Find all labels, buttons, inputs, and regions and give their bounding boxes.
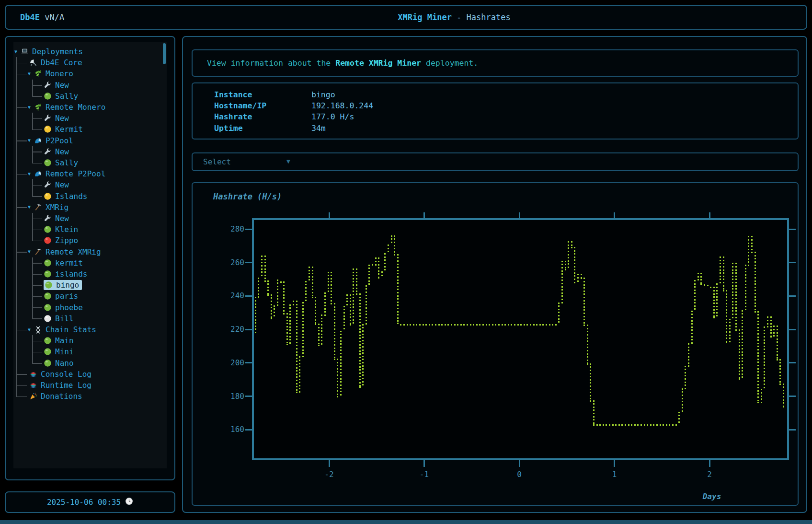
select-dropdown[interactable]: Select ▼	[192, 152, 799, 171]
tree-item-nano[interactable]: Nano	[13, 358, 167, 369]
tree-guide-line	[32, 296, 42, 297]
tree-item-remote-xmrig[interactable]: ▼Remote XMRig	[13, 246, 167, 257]
tree-item-new[interactable]: New	[13, 146, 167, 157]
tree-item-new[interactable]: New	[13, 80, 167, 91]
tree-item-new[interactable]: New	[13, 113, 167, 124]
tree-guide-line	[32, 263, 42, 264]
tree-guide-line	[32, 241, 42, 242]
herb-icon	[34, 70, 42, 78]
status-bar: 2025-10-06 00:35	[5, 491, 175, 513]
expander-icon[interactable]: ▼	[28, 105, 31, 110]
expander-icon[interactable]: ▼	[28, 205, 31, 210]
tree-item-label: Kermit	[55, 125, 83, 134]
expander-icon[interactable]: ▼	[28, 138, 31, 143]
tree-guide-line	[16, 279, 17, 291]
y-tick-mark	[245, 229, 252, 230]
tree-item-monero[interactable]: ▼Monero	[13, 68, 167, 79]
tree-guide-line	[32, 318, 42, 319]
expander-icon[interactable]: ▼	[28, 172, 31, 176]
tree-scrollbar-thumb[interactable]	[163, 43, 166, 64]
tree-guide-line	[32, 124, 33, 129]
window-bottom-edge	[0, 520, 812, 524]
tree-guide-line	[32, 274, 42, 275]
y-tick-mark	[245, 262, 252, 263]
tree-item-label: New	[55, 214, 69, 223]
tree-item-klein[interactable]: Klein	[13, 224, 167, 235]
tree-item-bingo[interactable]: bingo	[13, 279, 167, 291]
wave-icon	[34, 170, 42, 178]
x-tick-mark	[519, 460, 520, 467]
tree-guide-line	[16, 268, 17, 279]
tree-guide-line	[16, 252, 27, 253]
x-tick-label: -1	[410, 470, 439, 479]
detail-label: Hashrate	[214, 112, 252, 121]
tree-item-label: Console Log	[41, 370, 91, 379]
tree-guide-line	[32, 163, 42, 164]
tree-item-console-log[interactable]: Console Log	[13, 369, 167, 380]
x-tick-mark	[519, 212, 520, 218]
wrench-icon	[44, 181, 52, 189]
y-tick-label: 220	[216, 325, 244, 334]
x-tick-label: 1	[600, 470, 629, 479]
tree-item-label: paris	[55, 291, 78, 301]
tree-item-chain-stats[interactable]: ▼Chain Stats	[13, 324, 167, 335]
tree-item-phoebe[interactable]: phoebe	[13, 302, 167, 313]
tree-item-zippo[interactable]: Zippo	[13, 235, 167, 246]
tree-item-islands[interactable]: islands	[13, 268, 167, 279]
tree-item-label: New	[55, 180, 69, 189]
tree-item-kermit[interactable]: kermit	[13, 257, 167, 268]
tree-guide-line	[32, 363, 42, 364]
tree-guide-line	[32, 230, 42, 231]
tree-item-runtime-log[interactable]: Runtime Log	[13, 380, 167, 391]
tree-item-remote-p2pool[interactable]: ▼Remote P2Pool	[13, 168, 167, 179]
tree-guide-line	[16, 313, 17, 324]
tree-guide-line	[32, 118, 42, 119]
tree-item-sally[interactable]: Sally	[13, 91, 167, 102]
x-tick-mark	[329, 212, 330, 218]
expander-icon[interactable]: ▼	[28, 71, 31, 76]
tree-item-db4e-core[interactable]: Db4E Core	[13, 57, 167, 68]
y-tick-mark	[245, 362, 252, 363]
status-white-icon	[44, 314, 52, 323]
tree-item-new[interactable]: New	[13, 179, 167, 190]
tree-item-paris[interactable]: paris	[13, 291, 167, 302]
tree-item-donations[interactable]: Donations	[13, 391, 167, 402]
tree-item-label: New	[55, 81, 69, 90]
tree-item-sally[interactable]: Sally	[13, 157, 167, 168]
wrench-icon	[44, 81, 52, 89]
y-tick-label: 180	[216, 392, 244, 401]
x-tick-label: -2	[315, 470, 343, 479]
status-green-icon	[44, 337, 52, 345]
tree-item-xmrig[interactable]: ▼XMRig	[13, 202, 167, 213]
status-red-icon	[44, 236, 52, 245]
y-tick-mark	[789, 396, 796, 397]
tree-item-label: New	[55, 147, 69, 156]
y-tick-label: 280	[216, 224, 244, 234]
status-green-icon	[44, 159, 52, 167]
chevron-down-icon: ▼	[286, 158, 290, 165]
tree-item-remote-monero[interactable]: ▼Remote Monero	[13, 102, 167, 113]
tree-item-p2pool[interactable]: ▼P2Pool	[13, 135, 167, 146]
tree-guide-line	[16, 224, 17, 235]
expander-icon[interactable]: ▼	[28, 249, 31, 254]
tree-item-islands[interactable]: Islands	[13, 191, 167, 202]
expander-icon[interactable]: ▼	[28, 327, 31, 332]
tree-item-main[interactable]: Main	[13, 335, 167, 346]
wrench-icon	[44, 214, 52, 222]
tree-item-new[interactable]: New	[13, 213, 167, 224]
status-green-icon	[44, 348, 52, 356]
tree-guide-line	[16, 346, 17, 357]
tree-item-label: bingo	[56, 280, 79, 290]
detail-row-hashrate: Hashrate177.0 H/s	[193, 112, 798, 123]
expander-icon[interactable]: ▼	[14, 49, 17, 54]
tree-item-bill[interactable]: Bill	[13, 313, 167, 324]
tree-item-kermit[interactable]: Kermit	[13, 124, 167, 135]
books-icon	[29, 381, 37, 389]
tree-item-mini[interactable]: Mini	[13, 346, 167, 357]
tree-item-deployments[interactable]: ▼Deployments	[13, 46, 167, 57]
y-tick-label: 160	[216, 425, 244, 434]
pickaxe-icon	[34, 248, 42, 256]
tree-guide-line	[16, 257, 17, 268]
wrench-icon	[44, 114, 52, 122]
detail-value: 177.0 H/s	[311, 112, 354, 121]
